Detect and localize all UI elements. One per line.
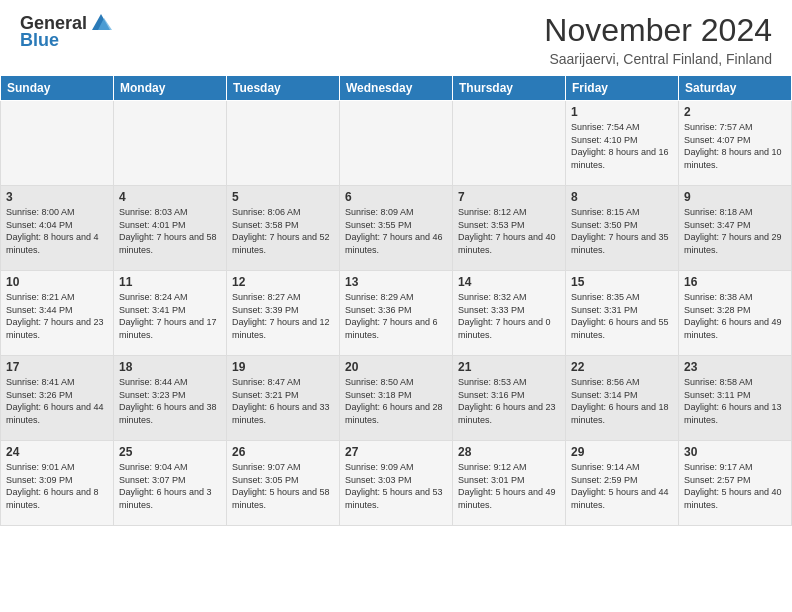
day-info: Sunrise: 8:27 AMSunset: 3:39 PMDaylight:… (232, 291, 334, 341)
calendar-cell: 22Sunrise: 8:56 AMSunset: 3:14 PMDayligh… (566, 356, 679, 441)
calendar-cell (227, 101, 340, 186)
calendar-cell: 11Sunrise: 8:24 AMSunset: 3:41 PMDayligh… (114, 271, 227, 356)
day-number: 19 (232, 360, 334, 374)
logo: General Blue (20, 12, 112, 51)
day-number: 14 (458, 275, 560, 289)
calendar-cell: 4Sunrise: 8:03 AMSunset: 4:01 PMDaylight… (114, 186, 227, 271)
calendar-cell: 23Sunrise: 8:58 AMSunset: 3:11 PMDayligh… (679, 356, 792, 441)
day-number: 22 (571, 360, 673, 374)
day-info: Sunrise: 8:15 AMSunset: 3:50 PMDaylight:… (571, 206, 673, 256)
calendar-cell: 27Sunrise: 9:09 AMSunset: 3:03 PMDayligh… (340, 441, 453, 526)
day-number: 23 (684, 360, 786, 374)
calendar-cell: 17Sunrise: 8:41 AMSunset: 3:26 PMDayligh… (1, 356, 114, 441)
calendar-cell: 19Sunrise: 8:47 AMSunset: 3:21 PMDayligh… (227, 356, 340, 441)
day-number: 5 (232, 190, 334, 204)
calendar-cell (1, 101, 114, 186)
day-number: 7 (458, 190, 560, 204)
day-info: Sunrise: 8:58 AMSunset: 3:11 PMDaylight:… (684, 376, 786, 426)
calendar-cell: 1Sunrise: 7:54 AMSunset: 4:10 PMDaylight… (566, 101, 679, 186)
day-info: Sunrise: 9:07 AMSunset: 3:05 PMDaylight:… (232, 461, 334, 511)
calendar-cell: 10Sunrise: 8:21 AMSunset: 3:44 PMDayligh… (1, 271, 114, 356)
day-number: 27 (345, 445, 447, 459)
calendar-cell: 8Sunrise: 8:15 AMSunset: 3:50 PMDaylight… (566, 186, 679, 271)
day-info: Sunrise: 8:00 AMSunset: 4:04 PMDaylight:… (6, 206, 108, 256)
calendar-cell: 21Sunrise: 8:53 AMSunset: 3:16 PMDayligh… (453, 356, 566, 441)
day-number: 10 (6, 275, 108, 289)
day-info: Sunrise: 9:09 AMSunset: 3:03 PMDaylight:… (345, 461, 447, 511)
day-number: 29 (571, 445, 673, 459)
weekday-header-friday: Friday (566, 76, 679, 101)
day-info: Sunrise: 9:12 AMSunset: 3:01 PMDaylight:… (458, 461, 560, 511)
weekday-header-row: SundayMondayTuesdayWednesdayThursdayFrid… (1, 76, 792, 101)
day-info: Sunrise: 7:57 AMSunset: 4:07 PMDaylight:… (684, 121, 786, 171)
weekday-header-sunday: Sunday (1, 76, 114, 101)
day-number: 13 (345, 275, 447, 289)
day-info: Sunrise: 8:35 AMSunset: 3:31 PMDaylight:… (571, 291, 673, 341)
calendar-week-3: 10Sunrise: 8:21 AMSunset: 3:44 PMDayligh… (1, 271, 792, 356)
calendar-cell: 20Sunrise: 8:50 AMSunset: 3:18 PMDayligh… (340, 356, 453, 441)
day-info: Sunrise: 8:09 AMSunset: 3:55 PMDaylight:… (345, 206, 447, 256)
calendar-cell: 14Sunrise: 8:32 AMSunset: 3:33 PMDayligh… (453, 271, 566, 356)
calendar-cell: 28Sunrise: 9:12 AMSunset: 3:01 PMDayligh… (453, 441, 566, 526)
weekday-header-monday: Monday (114, 76, 227, 101)
day-info: Sunrise: 8:32 AMSunset: 3:33 PMDaylight:… (458, 291, 560, 341)
day-info: Sunrise: 8:03 AMSunset: 4:01 PMDaylight:… (119, 206, 221, 256)
day-number: 26 (232, 445, 334, 459)
day-info: Sunrise: 8:06 AMSunset: 3:58 PMDaylight:… (232, 206, 334, 256)
weekday-header-wednesday: Wednesday (340, 76, 453, 101)
calendar-week-4: 17Sunrise: 8:41 AMSunset: 3:26 PMDayligh… (1, 356, 792, 441)
day-info: Sunrise: 8:12 AMSunset: 3:53 PMDaylight:… (458, 206, 560, 256)
calendar-cell: 5Sunrise: 8:06 AMSunset: 3:58 PMDaylight… (227, 186, 340, 271)
day-info: Sunrise: 8:56 AMSunset: 3:14 PMDaylight:… (571, 376, 673, 426)
day-number: 11 (119, 275, 221, 289)
weekday-header-tuesday: Tuesday (227, 76, 340, 101)
day-number: 6 (345, 190, 447, 204)
calendar-cell: 25Sunrise: 9:04 AMSunset: 3:07 PMDayligh… (114, 441, 227, 526)
calendar-cell: 9Sunrise: 8:18 AMSunset: 3:47 PMDaylight… (679, 186, 792, 271)
calendar-week-2: 3Sunrise: 8:00 AMSunset: 4:04 PMDaylight… (1, 186, 792, 271)
day-info: Sunrise: 8:41 AMSunset: 3:26 PMDaylight:… (6, 376, 108, 426)
logo-blue-text: Blue (20, 30, 59, 51)
calendar-cell: 18Sunrise: 8:44 AMSunset: 3:23 PMDayligh… (114, 356, 227, 441)
calendar-week-1: 1Sunrise: 7:54 AMSunset: 4:10 PMDaylight… (1, 101, 792, 186)
day-number: 15 (571, 275, 673, 289)
day-info: Sunrise: 8:29 AMSunset: 3:36 PMDaylight:… (345, 291, 447, 341)
calendar-cell: 6Sunrise: 8:09 AMSunset: 3:55 PMDaylight… (340, 186, 453, 271)
day-info: Sunrise: 8:38 AMSunset: 3:28 PMDaylight:… (684, 291, 786, 341)
calendar-cell: 15Sunrise: 8:35 AMSunset: 3:31 PMDayligh… (566, 271, 679, 356)
day-number: 4 (119, 190, 221, 204)
day-info: Sunrise: 8:47 AMSunset: 3:21 PMDaylight:… (232, 376, 334, 426)
day-number: 20 (345, 360, 447, 374)
day-info: Sunrise: 9:04 AMSunset: 3:07 PMDaylight:… (119, 461, 221, 511)
calendar-cell: 7Sunrise: 8:12 AMSunset: 3:53 PMDaylight… (453, 186, 566, 271)
day-number: 12 (232, 275, 334, 289)
day-number: 16 (684, 275, 786, 289)
day-number: 21 (458, 360, 560, 374)
day-info: Sunrise: 7:54 AMSunset: 4:10 PMDaylight:… (571, 121, 673, 171)
day-number: 28 (458, 445, 560, 459)
calendar-cell: 2Sunrise: 7:57 AMSunset: 4:07 PMDaylight… (679, 101, 792, 186)
calendar-cell: 13Sunrise: 8:29 AMSunset: 3:36 PMDayligh… (340, 271, 453, 356)
day-number: 9 (684, 190, 786, 204)
day-info: Sunrise: 9:14 AMSunset: 2:59 PMDaylight:… (571, 461, 673, 511)
day-info: Sunrise: 8:50 AMSunset: 3:18 PMDaylight:… (345, 376, 447, 426)
page-header: General Blue November 2024 Saarijaervi, … (0, 0, 792, 75)
day-number: 30 (684, 445, 786, 459)
weekday-header-thursday: Thursday (453, 76, 566, 101)
calendar-cell: 26Sunrise: 9:07 AMSunset: 3:05 PMDayligh… (227, 441, 340, 526)
day-info: Sunrise: 8:21 AMSunset: 3:44 PMDaylight:… (6, 291, 108, 341)
day-info: Sunrise: 8:53 AMSunset: 3:16 PMDaylight:… (458, 376, 560, 426)
day-number: 25 (119, 445, 221, 459)
calendar-cell: 3Sunrise: 8:00 AMSunset: 4:04 PMDaylight… (1, 186, 114, 271)
day-info: Sunrise: 9:01 AMSunset: 3:09 PMDaylight:… (6, 461, 108, 511)
calendar-cell: 24Sunrise: 9:01 AMSunset: 3:09 PMDayligh… (1, 441, 114, 526)
day-number: 24 (6, 445, 108, 459)
calendar-cell: 29Sunrise: 9:14 AMSunset: 2:59 PMDayligh… (566, 441, 679, 526)
calendar-week-5: 24Sunrise: 9:01 AMSunset: 3:09 PMDayligh… (1, 441, 792, 526)
calendar-cell: 30Sunrise: 9:17 AMSunset: 2:57 PMDayligh… (679, 441, 792, 526)
day-number: 2 (684, 105, 786, 119)
day-info: Sunrise: 8:18 AMSunset: 3:47 PMDaylight:… (684, 206, 786, 256)
logo-icon (90, 12, 112, 34)
location: Saarijaervi, Central Finland, Finland (544, 51, 772, 67)
day-info: Sunrise: 9:17 AMSunset: 2:57 PMDaylight:… (684, 461, 786, 511)
